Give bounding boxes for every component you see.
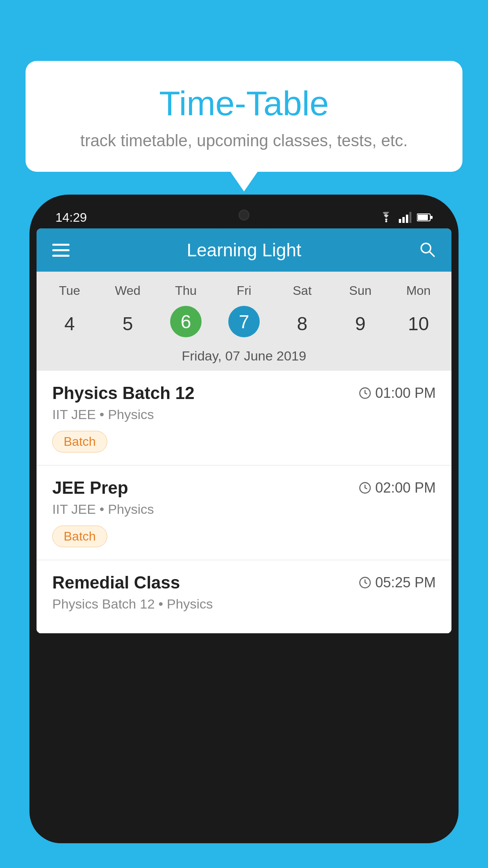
clock-icon bbox=[359, 387, 371, 399]
svg-line-9 bbox=[429, 252, 434, 256]
class-time: 02:00 PM bbox=[359, 480, 436, 496]
phone-camera bbox=[238, 210, 250, 221]
svg-rect-1 bbox=[399, 219, 401, 223]
phone-outer: 14:29 bbox=[29, 195, 459, 843]
calendar-strip: Tue Wed Thu Fri Sat Sun Mon 4 5 6 7 8 9 … bbox=[37, 272, 451, 371]
app-subtitle: track timetable, upcoming classes, tests… bbox=[45, 131, 443, 150]
day-sun[interactable]: Sun bbox=[331, 280, 389, 302]
class-time: 01:00 PM bbox=[359, 385, 436, 401]
app-header: Learning Light bbox=[37, 228, 451, 272]
class-details: IIT JEE • Physics bbox=[52, 502, 436, 517]
phone-screen: Learning Light Tue Wed Thu Fri Sat Sun bbox=[37, 228, 451, 633]
class-name: Remedial Class bbox=[52, 573, 180, 592]
date-8[interactable]: 8 bbox=[273, 306, 331, 341]
hamburger-icon[interactable] bbox=[52, 244, 70, 257]
date-5[interactable]: 5 bbox=[99, 306, 157, 341]
signal-icon bbox=[399, 212, 411, 223]
battery-icon bbox=[417, 213, 433, 222]
date-7-selected[interactable]: 7 bbox=[228, 306, 260, 337]
day-wed[interactable]: Wed bbox=[99, 280, 157, 302]
class-time: 05:25 PM bbox=[359, 574, 436, 591]
svg-rect-4 bbox=[409, 212, 411, 223]
class-item[interactable]: Physics Batch 12 01:00 PM IIT JEE • Phys… bbox=[37, 371, 451, 465]
phone-frame: 14:29 bbox=[29, 195, 459, 868]
day-thu[interactable]: Thu bbox=[157, 280, 215, 302]
class-item-header: JEE Prep 02:00 PM bbox=[52, 478, 436, 498]
date-6-today[interactable]: 6 bbox=[170, 306, 202, 337]
day-headers: Tue Wed Thu Fri Sat Sun Mon bbox=[37, 280, 451, 302]
date-10[interactable]: 10 bbox=[389, 306, 448, 341]
day-fri[interactable]: Fri bbox=[215, 280, 273, 302]
phone-notch bbox=[209, 202, 279, 228]
class-details: Physics Batch 12 • Physics bbox=[52, 596, 436, 612]
class-list: Physics Batch 12 01:00 PM IIT JEE • Phys… bbox=[37, 371, 451, 633]
status-time: 14:29 bbox=[55, 210, 87, 225]
class-item[interactable]: JEE Prep 02:00 PM IIT JEE • Physics Batc… bbox=[37, 465, 451, 560]
class-item-header: Remedial Class 05:25 PM bbox=[52, 573, 436, 592]
svg-rect-6 bbox=[418, 215, 428, 220]
app-title-hero: Time-Table bbox=[45, 85, 443, 123]
svg-rect-3 bbox=[406, 215, 408, 223]
selected-date-label: Friday, 07 June 2019 bbox=[37, 341, 451, 371]
wifi-icon bbox=[379, 212, 393, 223]
svg-rect-7 bbox=[431, 216, 433, 219]
search-icon[interactable] bbox=[418, 241, 436, 259]
date-4[interactable]: 4 bbox=[40, 306, 99, 341]
class-item-header: Physics Batch 12 01:00 PM bbox=[52, 383, 436, 403]
day-mon[interactable]: Mon bbox=[389, 280, 448, 302]
clock-icon bbox=[359, 576, 371, 589]
date-9[interactable]: 9 bbox=[331, 306, 389, 341]
status-icons bbox=[379, 212, 433, 223]
status-bar: 14:29 bbox=[37, 202, 451, 228]
speech-bubble: Time-Table track timetable, upcoming cla… bbox=[26, 61, 462, 172]
class-name: JEE Prep bbox=[52, 478, 128, 498]
class-details: IIT JEE • Physics bbox=[52, 407, 436, 422]
day-sat[interactable]: Sat bbox=[273, 280, 331, 302]
app-header-title: Learning Light bbox=[187, 239, 301, 261]
batch-badge: Batch bbox=[52, 431, 107, 452]
class-item[interactable]: Remedial Class 05:25 PM Physics Batch 12… bbox=[37, 560, 451, 633]
svg-rect-2 bbox=[402, 217, 405, 223]
class-name: Physics Batch 12 bbox=[52, 383, 194, 403]
day-tue[interactable]: Tue bbox=[40, 280, 99, 302]
day-numbers: 4 5 6 7 8 9 10 bbox=[37, 302, 451, 341]
svg-point-0 bbox=[385, 221, 387, 223]
clock-icon bbox=[359, 482, 371, 494]
batch-badge: Batch bbox=[52, 526, 107, 547]
